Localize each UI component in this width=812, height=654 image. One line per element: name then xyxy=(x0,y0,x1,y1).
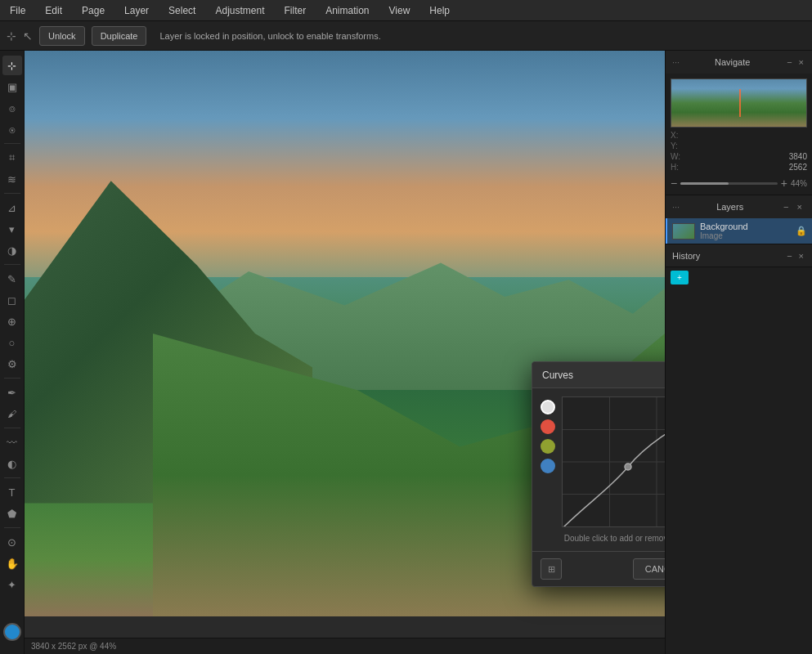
menu-page[interactable]: Page xyxy=(79,3,108,18)
navigate-title: Navigate xyxy=(715,57,750,67)
layers-minimize[interactable]: − xyxy=(780,200,792,213)
menu-bar: File Edit Page Layer Select Adjustment F… xyxy=(0,0,812,21)
layer-thumbnail xyxy=(672,223,695,240)
h-label: H: xyxy=(671,163,738,172)
duplicate-button[interactable]: Duplicate xyxy=(92,26,147,46)
layer-name: Background xyxy=(700,222,791,231)
layers-title: Layers xyxy=(716,202,743,212)
cancel-button[interactable]: CANCEL xyxy=(633,558,665,580)
zoom-in-button[interactable]: + xyxy=(781,177,787,190)
h-value: 2562 xyxy=(740,163,808,172)
channel-red[interactable] xyxy=(541,419,555,434)
navigate-panel: ··· Navigate − × X: Y: W: 384 xyxy=(666,51,812,195)
tool-magic-wand[interactable]: ⍟ xyxy=(2,119,22,139)
foreground-color-swatch[interactable] xyxy=(3,623,21,641)
nav-crosshair xyxy=(739,89,741,118)
menu-help[interactable]: Help xyxy=(426,3,453,18)
tool-burn[interactable]: ✦ xyxy=(2,575,22,594)
curves-icon-button[interactable]: ⊞ xyxy=(541,558,562,580)
tool-select-rect[interactable]: ▣ xyxy=(2,77,22,96)
channel-green[interactable] xyxy=(541,439,555,454)
tool-cog[interactable]: ⚙ xyxy=(2,354,22,374)
main-layout: ⊹ ▣ ⌾ ⍟ ⌗ ≋ ⊿ ▾ ◑ ✎ ◻ ⊕ ○ ⚙ ✒ 🖌 〰 ◐ T ⬟ … xyxy=(0,51,812,654)
history-title: History xyxy=(672,251,700,261)
tool-move[interactable]: ⊹ xyxy=(2,56,22,75)
tool-smudge[interactable]: 〰 xyxy=(2,432,22,452)
menu-edit[interactable]: Edit xyxy=(42,3,65,18)
dialog-footer: ⊞ CANCEL APPLY xyxy=(532,551,665,586)
layers-header: ··· Layers − × xyxy=(666,195,812,218)
unlock-button[interactable]: Unlock xyxy=(39,26,85,46)
tool-pan[interactable]: ✋ xyxy=(2,553,22,573)
navigate-dots-icon[interactable]: ··· xyxy=(672,57,680,67)
menu-adjustment[interactable]: Adjustment xyxy=(212,3,267,18)
channel-blue[interactable] xyxy=(541,459,555,473)
menu-view[interactable]: View xyxy=(386,3,414,18)
tool-pen[interactable]: ✒ xyxy=(2,383,22,402)
tool-paint-bucket[interactable]: ▾ xyxy=(2,219,22,239)
zoom-value: 44% xyxy=(791,179,807,188)
dialog-title: Curves xyxy=(542,370,573,381)
svg-point-6 xyxy=(625,464,631,470)
tool-divider-5 xyxy=(4,428,20,428)
tool-paint2[interactable]: 🖌 xyxy=(2,404,22,423)
menu-filter[interactable]: Filter xyxy=(280,3,309,18)
tool-shape[interactable]: ⬟ xyxy=(2,504,22,523)
nav-thumbnail[interactable] xyxy=(671,78,807,128)
history-panel: History − × + xyxy=(666,244,812,654)
tool-crop[interactable]: ⌗ xyxy=(2,148,22,168)
layer-item-background[interactable]: Background Image 🔒 xyxy=(666,218,812,244)
history-header: History − × xyxy=(666,244,812,267)
layers-close[interactable]: × xyxy=(794,200,805,213)
tool-brush-strokes[interactable]: ≋ xyxy=(2,169,22,189)
tool-dodge[interactable]: ◐ xyxy=(2,454,22,473)
menu-layer[interactable]: Layer xyxy=(121,3,152,18)
w-value: 3840 xyxy=(740,152,808,161)
history-close[interactable]: × xyxy=(797,249,805,262)
navigate-controls: − × xyxy=(785,56,805,69)
zoom-slider[interactable] xyxy=(680,182,778,185)
layers-dots-icon[interactable]: ··· xyxy=(672,202,680,212)
navigate-close[interactable]: × xyxy=(797,56,805,69)
curves-dialog: Curves × xyxy=(532,361,665,587)
y-value xyxy=(740,141,808,150)
tool-lasso[interactable]: ⌾ xyxy=(2,98,22,118)
tool-eraser[interactable]: ◻ xyxy=(2,290,22,310)
zoom-out-button[interactable]: − xyxy=(671,177,677,190)
tool-clone-stamp[interactable]: ⊕ xyxy=(2,311,22,331)
curves-chart[interactable] xyxy=(562,396,665,527)
layers-actions: − × xyxy=(780,200,805,213)
history-add-button[interactable]: + xyxy=(671,271,689,284)
history-controls: − × xyxy=(785,249,805,262)
cursor-icon: ↖ xyxy=(23,29,33,43)
curves-body: Double click to add or remove a control … xyxy=(532,388,665,551)
x-value xyxy=(740,131,808,140)
tool-brush[interactable]: ✎ xyxy=(2,269,22,289)
menu-select[interactable]: Select xyxy=(165,3,199,18)
tool-divider-3 xyxy=(4,264,20,265)
navigate-content: X: Y: W: 3840 H: 2562 − + 44% xyxy=(666,74,812,195)
curves-main xyxy=(541,396,665,527)
layer-type: Image xyxy=(700,231,791,240)
tool-type[interactable]: T xyxy=(2,482,22,502)
curves-svg xyxy=(563,397,665,526)
navigate-header: ··· Navigate − × xyxy=(666,51,812,74)
lock-icon: 🔒 xyxy=(796,226,807,236)
channel-white[interactable] xyxy=(541,400,555,414)
navigate-minimize[interactable]: − xyxy=(785,56,793,69)
nav-zoom-row: − + 44% xyxy=(671,177,807,190)
tool-eyedropper[interactable]: ⊿ xyxy=(2,198,22,217)
tool-heal[interactable]: ○ xyxy=(2,333,22,352)
x-label: X: xyxy=(671,131,738,140)
nav-coords: X: Y: W: 3840 H: 2562 xyxy=(671,131,807,172)
tool-gradient[interactable]: ◑ xyxy=(2,240,22,260)
layer-info: Background Image xyxy=(700,222,791,240)
curves-hint: Double click to add or remove a control … xyxy=(541,534,665,543)
menu-file[interactable]: File xyxy=(7,3,29,18)
tool-divider-4 xyxy=(4,378,20,379)
move-tool-icon: ⊹ xyxy=(7,29,16,43)
tool-zoom[interactable]: ⊙ xyxy=(2,532,22,552)
canvas-area[interactable]: Curves × xyxy=(25,51,665,654)
menu-animation[interactable]: Animation xyxy=(322,3,372,18)
history-minimize[interactable]: − xyxy=(785,249,793,262)
